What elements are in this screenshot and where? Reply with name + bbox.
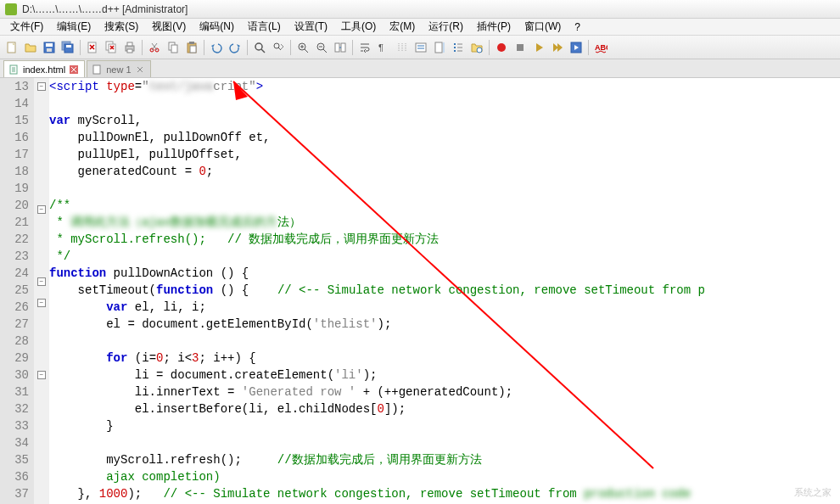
code-line[interactable] — [49, 180, 840, 197]
tab-index-html[interactable]: index.html — [3, 60, 85, 77]
code-line[interactable]: /** — [49, 197, 840, 214]
code-line[interactable]: pullUpEl, pullUpOffset, — [49, 146, 840, 163]
code-line[interactable]: myScroll.refresh(); //数据加载完成后，调用界面更新方法 — [49, 451, 840, 468]
svg-rect-3 — [47, 48, 52, 52]
user-lang-icon[interactable] — [412, 39, 429, 56]
fold-toggle[interactable]: − — [37, 299, 46, 307]
menu-tools[interactable]: 工具(O) — [334, 18, 383, 36]
save-all-icon[interactable] — [59, 39, 76, 56]
toolbar-separator — [80, 40, 81, 55]
code-line[interactable]: for (i=0; i<3; i++) { — [49, 350, 840, 367]
menu-edit[interactable]: 编辑(E) — [50, 18, 98, 36]
macro-play-multi-icon[interactable] — [549, 39, 566, 56]
save-icon[interactable] — [41, 39, 58, 56]
code-line[interactable] — [49, 95, 840, 112]
menu-search[interactable]: 搜索(S) — [98, 18, 145, 36]
menu-macro[interactable]: 宏(M) — [383, 18, 422, 36]
menu-settings[interactable]: 设置(T) — [288, 18, 334, 36]
svg-rect-16 — [171, 45, 177, 53]
undo-icon[interactable] — [208, 39, 225, 56]
svg-rect-2 — [46, 43, 53, 47]
code-line[interactable]: el = document.getElementById('thelist'); — [49, 316, 840, 333]
open-file-icon[interactable] — [22, 39, 39, 56]
line-number-gutter: 1314151617181920212223242526272829303132… — [0, 78, 34, 504]
file-icon — [92, 64, 103, 75]
macro-stop-icon[interactable] — [512, 39, 529, 56]
menu-encoding[interactable]: 编码(N) — [193, 18, 241, 36]
code-editor[interactable]: 1314151617181920212223242526272829303132… — [0, 78, 840, 504]
code-line[interactable]: }, 1000); // <-- Simulate network conges… — [49, 485, 840, 502]
indent-guide-icon[interactable] — [394, 39, 411, 56]
toolbar-separator — [204, 40, 204, 55]
tab-label: index.html — [23, 64, 65, 75]
code-line[interactable]: generatedCount = 0; — [49, 163, 840, 180]
fold-toggle[interactable]: − — [37, 371, 46, 379]
titlebar: D:\……\……\……d++ [Administrator] — [0, 0, 840, 19]
menubar: 文件(F) 编辑(E) 搜索(S) 视图(V) 编码(N) 语言(L) 设置(T… — [0, 19, 840, 36]
spellcheck-icon[interactable]: ABC — [592, 39, 609, 56]
paste-icon[interactable] — [183, 39, 200, 56]
svg-point-20 — [255, 43, 262, 50]
new-file-icon[interactable] — [3, 39, 20, 56]
menu-run[interactable]: 运行(R) — [422, 18, 470, 36]
doc-map-icon[interactable] — [431, 39, 448, 56]
show-all-chars-icon[interactable]: ¶ — [375, 39, 392, 56]
code-line[interactable]: * myScroll.refresh(); // 数据加载完成后，调用界面更新方… — [49, 231, 840, 248]
fold-toggle[interactable]: − — [37, 205, 46, 214]
svg-rect-6 — [66, 45, 71, 48]
code-line[interactable] — [49, 333, 840, 350]
svg-rect-18 — [189, 42, 194, 44]
redo-icon[interactable] — [227, 39, 244, 56]
code-line[interactable]: ajax completion) — [49, 468, 840, 485]
svg-rect-29 — [443, 42, 445, 53]
wordwrap-icon[interactable] — [356, 39, 373, 56]
menu-help[interactable]: ? — [568, 20, 587, 35]
fold-toggle[interactable]: − — [37, 82, 46, 91]
macro-save-icon[interactable] — [568, 39, 585, 56]
code-line[interactable]: setTimeout(function () { // <-- Simulate… — [49, 282, 840, 299]
close-icon[interactable] — [84, 39, 101, 56]
cut-icon[interactable] — [146, 39, 163, 56]
zoom-out-icon[interactable] — [313, 39, 330, 56]
replace-icon[interactable] — [270, 39, 287, 56]
zoom-in-icon[interactable] — [294, 39, 311, 56]
svg-rect-28 — [435, 42, 442, 53]
code-line[interactable] — [49, 434, 840, 451]
macro-record-icon[interactable] — [493, 39, 510, 56]
macro-play-icon[interactable] — [530, 39, 547, 56]
menu-plugins[interactable]: 插件(P) — [470, 18, 518, 36]
svg-rect-11 — [127, 42, 132, 46]
app-icon — [5, 3, 17, 15]
code-line[interactable]: li.innerText = 'Generated row ' + (++gen… — [49, 384, 840, 400]
code-line[interactable]: pullDownEl, pullDownOff et, — [49, 129, 840, 146]
code-line[interactable]: */ — [49, 248, 840, 265]
svg-text:¶: ¶ — [378, 42, 384, 53]
code-line[interactable]: el.insertBefore(li, el.childNodes[0]); — [49, 400, 840, 417]
tab-new-1[interactable]: new 1 — [87, 60, 150, 77]
copy-icon[interactable] — [165, 39, 182, 56]
code-line[interactable]: <script type="text/javacript"> — [49, 78, 840, 95]
code-line[interactable]: var myScroll, — [49, 112, 840, 129]
code-line[interactable]: } — [49, 417, 840, 434]
menu-language[interactable]: 语言(L) — [241, 18, 288, 36]
menu-view[interactable]: 视图(V) — [145, 18, 193, 36]
fold-toggle[interactable]: − — [37, 277, 46, 286]
code-line[interactable]: function pullDownAction () { — [49, 265, 840, 282]
code-line[interactable]: var el, li, i; — [49, 299, 840, 316]
app-window: D:\……\……\……d++ [Administrator] 文件(F) 编辑(… — [0, 0, 840, 504]
sync-view-icon[interactable] — [332, 39, 349, 56]
tab-close-icon[interactable] — [135, 64, 145, 75]
code-line[interactable]: li = document.createElement('li'); — [49, 367, 840, 384]
close-all-icon[interactable] — [103, 39, 120, 56]
tab-label: new 1 — [106, 64, 131, 75]
function-list-icon[interactable] — [450, 39, 467, 56]
code-area[interactable]: <script type="text/javacript">var myScro… — [49, 78, 840, 504]
print-icon[interactable] — [121, 39, 138, 56]
folder-as-workspace-icon[interactable] — [468, 39, 485, 56]
find-icon[interactable] — [251, 39, 268, 56]
menu-window[interactable]: 窗口(W) — [518, 18, 568, 36]
svg-rect-37 — [93, 65, 100, 74]
code-line[interactable]: * 调用此方法（ajax数据加载完成后的方法） — [49, 214, 840, 231]
tab-close-icon[interactable] — [69, 64, 79, 75]
menu-file[interactable]: 文件(F) — [3, 18, 50, 36]
